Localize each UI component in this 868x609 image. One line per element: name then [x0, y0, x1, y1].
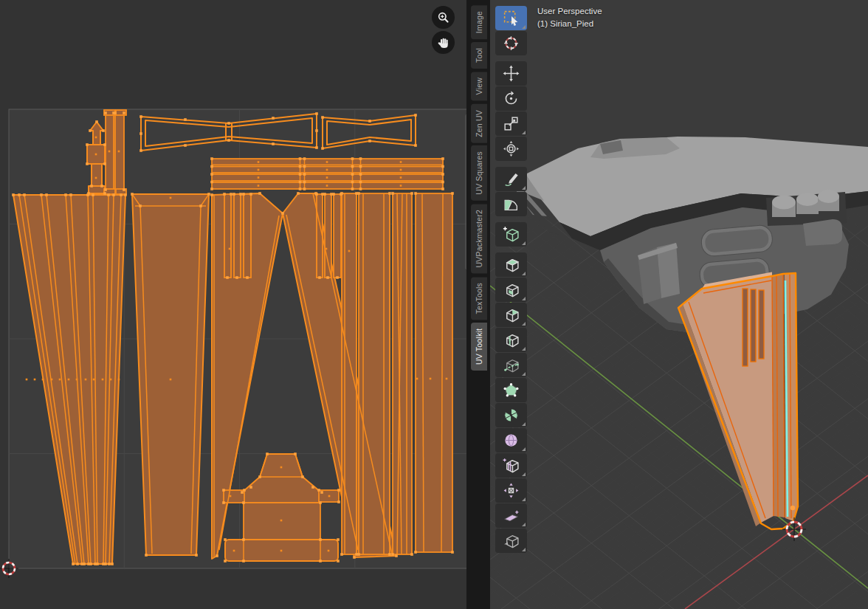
tab-uvpackmaster2[interactable]: UVPackmaster2: [471, 204, 487, 273]
poly-build-icon: [502, 381, 520, 399]
spin-icon: [502, 406, 520, 424]
tool-inset-faces-button[interactable]: [495, 278, 527, 302]
leg-grooves: [743, 289, 764, 366]
tool-poly-build-button[interactable]: [495, 378, 527, 402]
tool-add-cube-button[interactable]: [495, 222, 527, 247]
tool-select-box-button[interactable]: [495, 6, 527, 30]
extrude-region-icon: [502, 255, 520, 274]
bevel-icon: [502, 306, 520, 324]
tab-uv-toolkit[interactable]: UV Toolkit: [471, 323, 487, 371]
hand-icon: [436, 35, 451, 50]
tool-scale-button[interactable]: [495, 111, 527, 136]
loop-cut-icon: [502, 331, 520, 349]
tool-cursor-button[interactable]: [495, 31, 527, 55]
uv-sidebar-tabs: ImageToolViewZen UVUV SquaresUVPackmaste…: [466, 0, 490, 609]
knife-icon: [502, 356, 520, 374]
tool-move-button[interactable]: [495, 61, 527, 86]
tool-edge-slide-button[interactable]: [495, 453, 527, 478]
cursor-icon: [502, 34, 520, 52]
tab-view[interactable]: View: [471, 72, 487, 100]
tab-textools[interactable]: TexTools: [471, 277, 487, 320]
shear-icon: [502, 506, 520, 525]
uv-image-editor[interactable]: ImageToolViewZen UVUV SquaresUVPackmaste…: [0, 0, 490, 609]
tool-shrink-fatten-button[interactable]: [495, 478, 527, 503]
tool-loop-cut-button[interactable]: [495, 328, 527, 352]
smooth-icon: [502, 431, 520, 450]
edge-slide-icon: [502, 456, 520, 475]
annotate-icon: [502, 170, 520, 188]
add-cube-icon: [502, 225, 520, 244]
viewport-canvas[interactable]: [490, 0, 868, 609]
tab-zen-uv[interactable]: Zen UV: [471, 104, 487, 143]
selected-vertex-dot: [790, 506, 795, 510]
inset-faces-icon: [502, 281, 520, 299]
tab-uv-squares[interactable]: UV Squares: [471, 145, 487, 201]
tool-rotate-button[interactable]: [495, 86, 527, 111]
uv-canvas[interactable]: [0, 0, 490, 609]
zoom-in-button[interactable]: [432, 6, 455, 29]
select-box-icon: [502, 9, 520, 27]
tab-image[interactable]: Image: [471, 5, 487, 39]
magnifier-plus-icon: [436, 10, 451, 25]
rotate-icon: [502, 89, 520, 108]
viewport-toolbar: [495, 6, 527, 554]
tool-shear-button[interactable]: [495, 503, 527, 528]
pan-button[interactable]: [432, 31, 455, 54]
viewport-3d[interactable]: User Perspective (1) Sirian_Pied: [490, 0, 868, 609]
blender-window: ImageToolViewZen UVUV SquaresUVPackmaste…: [0, 0, 868, 609]
tool-measure-button[interactable]: [495, 192, 527, 216]
scale-icon: [502, 114, 520, 133]
tool-rip-region-button[interactable]: [495, 529, 527, 553]
tab-tool[interactable]: Tool: [471, 42, 487, 69]
tool-annotate-button[interactable]: [495, 167, 527, 191]
move-icon: [502, 64, 520, 83]
tool-bevel-button[interactable]: [495, 303, 527, 327]
rip-region-icon: [502, 531, 520, 550]
shrink-fatten-icon: [502, 481, 520, 500]
tool-spin-button[interactable]: [495, 403, 527, 427]
tool-transform-button[interactable]: [495, 137, 527, 161]
tool-smooth-button[interactable]: [495, 428, 527, 453]
tool-extrude-region-button[interactable]: [495, 252, 527, 277]
transform-icon: [502, 140, 520, 158]
tool-knife-button[interactable]: [495, 353, 527, 377]
measure-icon: [502, 195, 520, 213]
